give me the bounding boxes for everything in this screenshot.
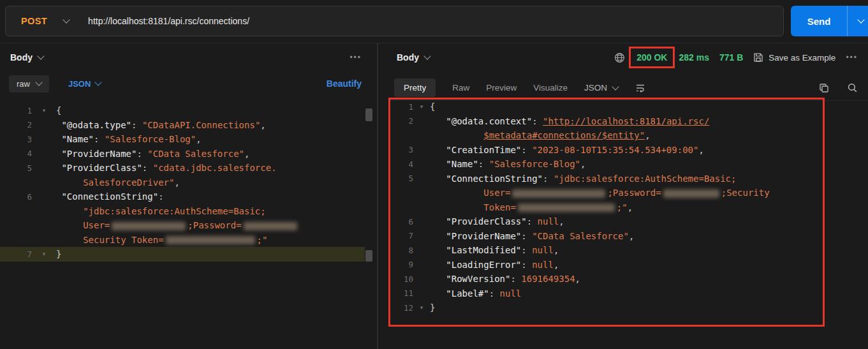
code-line[interactable]: 1▾{ xyxy=(390,100,852,114)
search-icon xyxy=(847,82,858,93)
scrollbar-thumb[interactable] xyxy=(365,108,372,121)
code-line[interactable]: 9 "LoadingError": null, xyxy=(390,258,852,272)
line-number: 4 xyxy=(0,149,32,158)
code-line[interactable]: 12▾} xyxy=(390,301,852,315)
body-format-dropdown[interactable]: raw xyxy=(9,75,49,93)
response-body-label: Body xyxy=(397,52,419,63)
code-line[interactable]: User=;Password=;Security xyxy=(390,186,852,200)
code-text: User=;Password=;Security xyxy=(430,186,852,200)
fold-icon[interactable]: ▾ xyxy=(413,304,430,311)
code-text: "LoadingError": null, xyxy=(430,258,852,272)
wrap-lines-button[interactable] xyxy=(635,82,646,94)
code-text: "ProviderName": "CData Salesforce", xyxy=(56,147,365,161)
code-line[interactable]: Security Token=;" xyxy=(0,233,365,248)
line-number: 1 xyxy=(390,102,413,112)
send-options-button[interactable] xyxy=(848,20,868,22)
beautify-button[interactable]: Beautify xyxy=(327,78,362,89)
save-as-example-button[interactable]: Save as Example xyxy=(753,52,835,63)
pane-splitter[interactable] xyxy=(377,43,378,349)
tab-raw[interactable]: Raw xyxy=(452,83,469,93)
code-line[interactable]: 3 "CreationTime": "2023-08-10T15:35:54.5… xyxy=(390,143,852,158)
globe-icon[interactable] xyxy=(614,52,625,63)
code-line[interactable]: "jdbc:salesforce:AuthScheme=Basic; xyxy=(0,204,365,219)
code-line[interactable]: 7▾} xyxy=(0,247,365,262)
redacted-text xyxy=(518,204,615,212)
copy-button[interactable] xyxy=(819,83,829,93)
tab-pretty[interactable]: Pretty xyxy=(394,78,436,97)
fold-icon[interactable]: ▾ xyxy=(32,251,56,257)
method-dropdown[interactable]: POST xyxy=(6,6,88,36)
tab-preview[interactable]: Preview xyxy=(486,83,517,93)
response-body-editor[interactable]: 1▾{2 "@odata.context": "http://localhost… xyxy=(390,100,852,315)
code-text: { xyxy=(430,100,852,114)
code-line[interactable]: 6 "ProviderClass": null, xyxy=(390,214,852,229)
line-number: 7 xyxy=(390,231,413,241)
code-line[interactable]: 5 "ProviderClass": "cdata.jdbc.salesforc… xyxy=(0,161,365,175)
code-line[interactable]: 2 "@odata.type": "CDataAPI.Connections", xyxy=(0,118,365,133)
line-number: 11 xyxy=(390,288,413,298)
code-text: "ProviderClass": null, xyxy=(430,214,852,229)
response-size: 771 B xyxy=(719,52,743,63)
status-badge: 200 OK xyxy=(636,52,667,63)
response-language-dropdown[interactable]: JSON xyxy=(584,83,618,93)
code-line[interactable]: 8 "LastModified": null, xyxy=(390,243,852,258)
code-line[interactable]: 7 "ProviderName": "CData Salesforce", xyxy=(390,229,852,244)
code-text: "ConnectionString": "jdbc:salesforce:Aut… xyxy=(430,172,852,186)
request-more-options-button[interactable]: ••• xyxy=(349,53,362,62)
code-text: "jdbc:salesforce:AuthScheme=Basic; xyxy=(56,204,365,219)
code-text: "ConnectionString": xyxy=(56,189,365,204)
code-line[interactable]: 1▾{ xyxy=(0,103,365,118)
fold-icon[interactable]: ▾ xyxy=(413,103,430,110)
request-body-editor[interactable]: 1▾{2 "@odata.type": "CDataAPI.Connection… xyxy=(0,103,365,262)
code-line[interactable]: User=;Password= xyxy=(0,218,365,233)
line-number: 4 xyxy=(390,160,413,169)
code-line[interactable]: 5 "ConnectionString": "jdbc:salesforce:A… xyxy=(390,172,852,186)
code-line[interactable]: 2 "@odata.context": "http://localhost:81… xyxy=(390,114,852,129)
copy-icon xyxy=(819,83,829,93)
fold-icon[interactable]: ▾ xyxy=(32,107,56,114)
redacted-text xyxy=(244,222,297,230)
url-input[interactable] xyxy=(88,16,783,26)
code-line[interactable]: $metadata#connections/$entity", xyxy=(390,128,852,143)
code-line[interactable]: 4 "Name": "Salesforce-Blog", xyxy=(390,157,852,172)
code-line[interactable]: 4 "ProviderName": "CData Salesforce", xyxy=(0,147,365,161)
body-language-dropdown[interactable]: JSON xyxy=(68,79,101,89)
response-time: 282 ms xyxy=(679,52,709,63)
code-line[interactable]: 3 "Name": "Salesforce-Blog", xyxy=(0,132,365,147)
search-button[interactable] xyxy=(847,82,858,93)
save-icon xyxy=(753,52,763,63)
chevron-down-icon xyxy=(612,83,619,90)
response-tools xyxy=(819,82,858,93)
chevron-down-icon xyxy=(35,78,42,85)
body-language-label: JSON xyxy=(68,79,91,89)
code-text: } xyxy=(56,247,365,262)
code-text: Security Token=;" xyxy=(56,233,365,248)
line-number: 6 xyxy=(390,217,413,226)
scrollbar-marker[interactable] xyxy=(365,250,372,262)
code-text: SalesforceDriver", xyxy=(56,175,365,190)
code-line[interactable]: 6 "ConnectionString": xyxy=(0,189,365,204)
code-line[interactable]: 11 "Label#": null xyxy=(390,286,852,301)
code-line[interactable]: SalesforceDriver", xyxy=(0,175,365,190)
chevron-down-icon xyxy=(63,16,70,23)
line-number: 1 xyxy=(0,106,32,115)
line-number: 5 xyxy=(390,174,413,183)
request-body-dropdown[interactable]: Body xyxy=(10,52,43,63)
chevron-down-icon xyxy=(423,52,430,59)
request-body-label: Body xyxy=(10,52,33,63)
code-text: $metadata#connections/$entity", xyxy=(430,128,852,143)
response-body-dropdown[interactable]: Body xyxy=(397,52,430,63)
code-line[interactable]: 10 "RowVersion": 1691649354, xyxy=(390,272,852,286)
request-pane-header: Body ••• xyxy=(0,43,373,71)
app-root: POST Send Body ••• raw JSON Beautify 1▾{… xyxy=(0,0,868,349)
code-text: "LastModified": null, xyxy=(430,243,852,258)
method-label: POST xyxy=(21,16,47,26)
code-line[interactable]: Token=;", xyxy=(390,200,852,215)
code-text: "CreationTime": "2023-08-10T15:35:54.534… xyxy=(430,143,852,158)
code-text: Token=;", xyxy=(430,200,852,215)
send-button[interactable]: Send xyxy=(791,6,868,36)
tab-visualize[interactable]: Visualize xyxy=(533,83,568,93)
line-number: 12 xyxy=(390,303,413,313)
response-more-options-button[interactable]: ••• xyxy=(846,53,858,62)
code-text: "ProviderClass": "cdata.jdbc.salesforce. xyxy=(56,161,365,175)
